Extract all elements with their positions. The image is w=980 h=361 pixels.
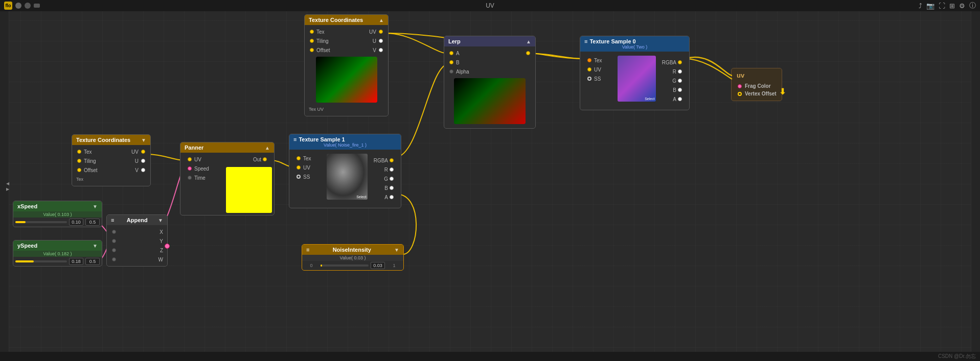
ts0-select-label[interactable]: Select: [645, 97, 654, 101]
yspeed-header[interactable]: ySpeed ▼: [13, 240, 102, 251]
append-z-pin[interactable]: [112, 248, 116, 252]
panner-header[interactable]: Panner ▲: [180, 142, 274, 153]
ts1-menu-icon[interactable]: ≡: [293, 136, 297, 142]
yspeed-value[interactable]: 0.18: [69, 258, 83, 265]
settings-icon[interactable]: ⚙: [959, 2, 965, 10]
circle-icon[interactable]: [15, 3, 21, 9]
frag-color-label: Frag Color: [745, 83, 771, 89]
ts1-rgba-pin[interactable]: [390, 158, 394, 162]
ts0-menu-icon[interactable]: ≡: [584, 38, 587, 44]
texture-coordinates-bottom-header[interactable]: Texture Coordinates ▼: [72, 135, 150, 145]
append-header[interactable]: ≡ Append ▼: [107, 215, 167, 225]
camera-icon[interactable]: 📷: [926, 2, 935, 10]
ts0-rgba-pin[interactable]: [678, 60, 682, 64]
ts1-a-pin[interactable]: [390, 195, 394, 199]
panner-out-pin[interactable]: [263, 157, 267, 161]
xspeed-value[interactable]: 0.10: [69, 219, 83, 226]
ni-collapse-btn[interactable]: ▼: [394, 247, 399, 253]
ts1-uv-pin[interactable]: [297, 165, 301, 170]
bottom-bar-text: CSDN @Dr.勿忘: [938, 353, 976, 360]
ts0-tex-pin[interactable]: [587, 58, 591, 62]
ts0-a-pin[interactable]: [678, 97, 682, 101]
ts0-uv-pin[interactable]: [587, 67, 591, 71]
append-w-pin[interactable]: [112, 257, 116, 261]
ni-menu-icon[interactable]: ≡: [306, 247, 309, 253]
circle-icon-2[interactable]: [25, 3, 31, 9]
xspeed-collapse-btn[interactable]: ▼: [93, 204, 98, 209]
yspeed-collapse-btn[interactable]: ▼: [93, 243, 98, 249]
append-y-pin[interactable]: [112, 239, 116, 243]
ts1-r-label: R: [384, 167, 388, 173]
texture-coordinates-node-top: Texture Coordinates ▲ Tex UV Tiling U: [304, 14, 389, 116]
texture-sample-1-node: ≡ Texture Sample 1 Value( Noise_fire_1 )…: [289, 134, 401, 208]
xspeed-header[interactable]: xSpeed ▼: [13, 201, 102, 211]
lerp-out-pin[interactable]: [526, 51, 530, 55]
tiling-pin-left-bottom[interactable]: [77, 159, 81, 163]
yspeed-max[interactable]: 0.5: [85, 258, 100, 265]
ts0-ss-label: SS: [594, 76, 601, 82]
panner-speed-pin[interactable]: [188, 166, 192, 171]
append-out-pin[interactable]: [165, 244, 170, 249]
v-pin-right-bottom[interactable]: [141, 168, 145, 172]
xspeed-slider[interactable]: 0.10 0.5: [13, 218, 102, 227]
noise-intensity-header[interactable]: ≡ NoiseIntensity ▼: [302, 245, 403, 255]
offset-pin-left-bottom[interactable]: [77, 168, 81, 172]
panner-uv-pin[interactable]: [188, 157, 192, 161]
ts0-b-label: B: [673, 87, 676, 93]
ts1-g-pin[interactable]: [390, 177, 394, 181]
ts1-r-pin[interactable]: [390, 167, 394, 172]
tc-bottom-collapse-btn[interactable]: ▼: [141, 137, 146, 143]
uv-pin-right-top[interactable]: [379, 30, 383, 34]
uv-pin-right-bottom[interactable]: [141, 150, 145, 154]
yspeed-title: ySpeed: [17, 243, 37, 249]
arrow-left[interactable]: ◀: [6, 181, 9, 186]
append-collapse-btn[interactable]: ▼: [158, 218, 163, 223]
ni-slider[interactable]: 0 0.03 1: [302, 261, 403, 270]
ts0-ss-pin[interactable]: [587, 77, 591, 81]
arrow-right[interactable]: ▶: [6, 187, 9, 191]
append-menu-icon[interactable]: ≡: [111, 217, 114, 223]
lerp-alpha-pin[interactable]: [449, 69, 453, 74]
xspeed-max[interactable]: 0.5: [85, 219, 100, 226]
download-icon[interactable]: ⬇: [779, 87, 786, 97]
vertex-offset-pin[interactable]: [738, 92, 742, 96]
ts0-b-pin[interactable]: [678, 88, 682, 92]
yspeed-slider[interactable]: 0.18 0.5: [13, 257, 102, 266]
texture-sample-1-header[interactable]: ≡ Texture Sample 1 Value( Noise_fire_1 ): [289, 134, 401, 150]
texture-coordinates-top-header[interactable]: Texture Coordinates ▲: [305, 15, 388, 25]
frag-color-pin[interactable]: [738, 84, 742, 88]
panner-collapse-btn[interactable]: ▲: [265, 145, 270, 151]
tex-pin-left-bottom[interactable]: [77, 150, 81, 154]
ni-subtitle-row: Value( 0.03 ): [302, 255, 403, 261]
offset-pin-left-top[interactable]: [310, 48, 314, 52]
lerp-collapse-btn[interactable]: ▲: [526, 39, 531, 44]
append-x-pin[interactable]: [112, 230, 116, 234]
ni-value[interactable]: 0.03: [371, 262, 385, 269]
tex-pin-left-top[interactable]: [310, 30, 314, 34]
nav-arrows: ◀ ▶: [6, 181, 9, 191]
u-pin-right-top[interactable]: [379, 39, 383, 43]
info-icon[interactable]: ⓘ: [969, 1, 976, 10]
ts1-r-row: R: [370, 165, 399, 174]
ts1-select-label[interactable]: Select: [356, 195, 366, 199]
u-pin-right-bottom[interactable]: [141, 159, 145, 163]
expand-icon-2[interactable]: ⊞: [949, 2, 955, 10]
share-icon[interactable]: ⤴: [919, 2, 922, 10]
lerp-a-pin[interactable]: [449, 51, 453, 55]
expand-icon[interactable]: ⛶: [939, 2, 945, 10]
square-icon[interactable]: [34, 4, 40, 8]
ts0-g-pin[interactable]: [678, 79, 682, 83]
ts0-preview: Select: [618, 56, 656, 102]
ts1-ss-pin[interactable]: [297, 175, 301, 179]
lerp-b-pin[interactable]: [449, 60, 453, 64]
tiling-pin-left-top[interactable]: [310, 39, 314, 43]
collapse-top-btn[interactable]: ▲: [379, 17, 384, 23]
ts1-b-pin[interactable]: [390, 186, 394, 190]
texture-sample-0-header[interactable]: ≡ Texture Sample 0 Value( Two ): [580, 36, 689, 52]
panner-time-pin[interactable]: [188, 176, 192, 180]
tex-only-label: Tex: [76, 177, 83, 182]
ts0-r-pin[interactable]: [678, 69, 682, 74]
v-pin-right-top[interactable]: [379, 48, 383, 52]
ts1-tex-pin[interactable]: [297, 156, 301, 160]
lerp-header[interactable]: Lerp ▲: [444, 36, 535, 46]
